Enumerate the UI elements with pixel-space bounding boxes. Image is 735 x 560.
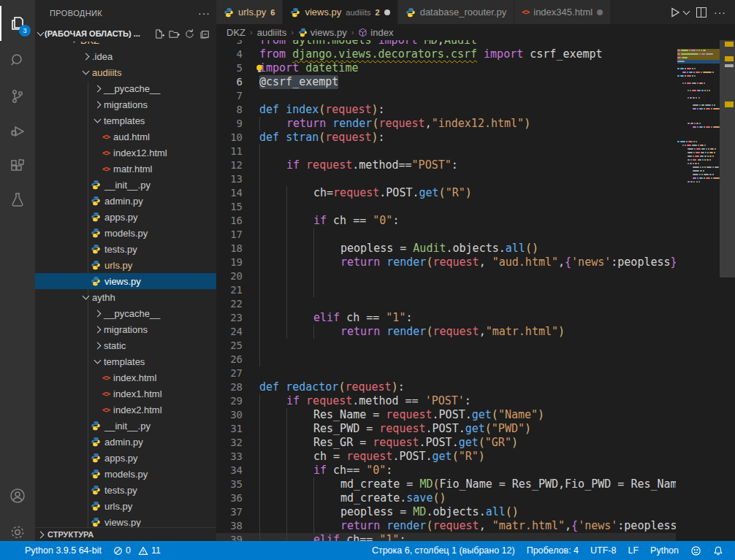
extensions-icon[interactable]: [0, 149, 35, 184]
breadcrumb-item-views.py[interactable]: views.py: [298, 27, 347, 38]
structure-section-header[interactable]: СТРУКТУРА: [35, 527, 216, 541]
tree-item-index2.html[interactable]: <>index2.html: [35, 402, 216, 418]
search-icon[interactable]: [0, 42, 35, 77]
tab-views.py[interactable]: views.pyaudiiits2: [283, 0, 397, 24]
breadcrumb-item-audiiits[interactable]: audiiits: [257, 27, 286, 38]
tree-item-views.py[interactable]: views.py: [35, 514, 216, 528]
editor-scrollbar[interactable]: [720, 40, 735, 541]
run-button[interactable]: [669, 7, 689, 18]
breadcrumb-item-index[interactable]: index: [358, 27, 393, 38]
tree-item-index.html[interactable]: <>index.html: [35, 369, 216, 386]
tree-item-migrations[interactable]: migrations: [35, 321, 216, 337]
explorer-sidebar: ПРОВОДНИК ··· (РАБОЧАЯ ОБЛАСТЬ) ... DKZ.…: [35, 0, 216, 541]
tree-item-apps.py[interactable]: apps.py: [35, 450, 216, 466]
line-number: 26: [216, 353, 243, 367]
run-debug-icon[interactable]: [0, 114, 35, 149]
tree-item-label: aythh: [92, 292, 115, 303]
tree-item-label: static: [104, 340, 126, 351]
code-line-7: 7: [216, 89, 676, 103]
tree-item-__pycache__[interactable]: __pycache__: [35, 305, 216, 321]
language-mode-item[interactable]: Python: [644, 545, 685, 556]
tree-item-templates[interactable]: templates: [35, 353, 216, 369]
explorer-icon[interactable]: 3: [0, 6, 35, 41]
python-file-icon: [91, 180, 101, 190]
refresh-icon[interactable]: [184, 28, 195, 39]
line-number: 36: [216, 491, 243, 505]
tree-item-views.py[interactable]: views.py2: [35, 273, 216, 289]
line-number: 9: [216, 117, 243, 131]
explorer-badge: 3: [19, 25, 31, 37]
code-line-26: 26: [216, 353, 676, 367]
source-control-icon[interactable]: [0, 79, 35, 114]
chevron-down-icon: [71, 42, 78, 42]
tree-item-index12.html[interactable]: <>index12.html: [35, 145, 216, 161]
code-editor[interactable]: 3from aythh.models import MD,Audit4from …: [216, 40, 676, 541]
testing-icon[interactable]: [0, 183, 35, 218]
tree-item-aud.html[interactable]: <>aud.html: [35, 129, 216, 145]
tree-item-templates[interactable]: templates: [35, 112, 216, 129]
tree-item-matr.html[interactable]: <>matr.html: [35, 161, 216, 177]
line-number: 6: [216, 75, 243, 89]
tree-item-__init__.py[interactable]: __init__.py: [35, 418, 216, 434]
tree-item-admin.py[interactable]: admin.py: [35, 193, 216, 209]
tree-item-__pycache__[interactable]: __pycache__: [35, 80, 216, 96]
tree-item-models.py[interactable]: models.py: [35, 225, 216, 241]
line-number: 10: [216, 131, 243, 145]
tree-item-apps.py[interactable]: apps.py: [35, 209, 216, 225]
tab-index345.html[interactable]: <>index345.html: [514, 0, 611, 24]
code-line-11: 11: [216, 145, 676, 158]
code-line-9: 9return render(request,"index12.html"): [216, 117, 676, 131]
workspace-section-header[interactable]: (РАБОЧАЯ ОБЛАСТЬ) ...: [35, 26, 216, 42]
python-interpreter-item[interactable]: Python 3.9.5 64-bit: [19, 545, 107, 556]
collapse-all-icon[interactable]: [199, 28, 210, 39]
workspace-label: (РАБОЧАЯ ОБЛАСТЬ) ...: [45, 29, 140, 38]
tree-item-label: models.py: [104, 469, 148, 480]
line-number: 31: [216, 422, 243, 436]
tree-item-tests.py[interactable]: tests.py: [35, 241, 216, 257]
account-icon[interactable]: [0, 478, 35, 513]
breadcrumb-item-DKZ[interactable]: DKZ: [226, 27, 245, 38]
new-file-icon[interactable]: [153, 28, 164, 39]
dirty-dot-icon[interactable]: [597, 9, 603, 15]
tree-item-models.py[interactable]: models.py: [35, 466, 216, 482]
tree-item-audiiits[interactable]: audiiits: [35, 64, 216, 80]
lightbulb-icon[interactable]: [254, 63, 264, 77]
error-icon: [113, 546, 123, 556]
tree-item-index1.html[interactable]: <>index1.html: [35, 386, 216, 402]
tree-item-urls.py[interactable]: urls.py6: [35, 257, 216, 273]
split-editor-button[interactable]: [696, 7, 707, 18]
eol-item[interactable]: LF: [622, 545, 644, 556]
line-number: 11: [216, 145, 243, 158]
cursor-position-item[interactable]: Строка 6, столбец 1 (выбрано 12): [366, 545, 521, 556]
tree-item-DKZ[interactable]: DKZ: [35, 42, 216, 48]
run-dropdown-icon[interactable]: [683, 7, 690, 15]
encoding-item[interactable]: UTF-8: [584, 545, 622, 556]
chevron-right-icon: [94, 342, 102, 349]
more-actions-icon[interactable]: ···: [714, 7, 726, 18]
tree-item-.idea[interactable]: .idea: [35, 48, 216, 64]
minimap[interactable]: [676, 40, 720, 541]
tree-item-aythh[interactable]: aythh: [35, 289, 216, 305]
tree-item-__init__.py[interactable]: __init__.py: [35, 177, 216, 193]
tree-item-tests.py[interactable]: tests.py: [35, 482, 216, 498]
tabs: urls.py6views.pyaudiiits2database_rooute…: [216, 0, 611, 24]
scrollbar-thumb[interactable]: [720, 40, 735, 277]
tab-bar: urls.py6views.pyaudiiits2database_rooute…: [216, 0, 735, 24]
sidebar-more-icon[interactable]: ···: [198, 7, 210, 19]
problems-item[interactable]: 0 11: [107, 545, 167, 556]
new-folder-icon[interactable]: [169, 28, 180, 39]
tab-urls.py[interactable]: urls.py6: [216, 0, 283, 24]
tab-database_roouter.py[interactable]: database_roouter.py: [398, 0, 515, 24]
tree-item-urls.py[interactable]: urls.py: [35, 498, 216, 514]
notifications-bell-icon[interactable]: [707, 545, 729, 556]
python-file-icon: [224, 7, 234, 18]
dirty-dot-icon[interactable]: [384, 9, 390, 15]
tree-item-static[interactable]: static: [35, 337, 216, 353]
tree-item-admin.py[interactable]: admin.py: [35, 434, 216, 450]
line-number: 8: [216, 103, 243, 117]
indentation-item[interactable]: Пробелов: 4: [521, 545, 584, 556]
tree-item-migrations[interactable]: migrations: [35, 96, 216, 112]
feedback-icon[interactable]: [685, 545, 707, 556]
code-line-25: 25: [216, 339, 676, 353]
breadcrumb-separator: ›: [291, 28, 294, 37]
